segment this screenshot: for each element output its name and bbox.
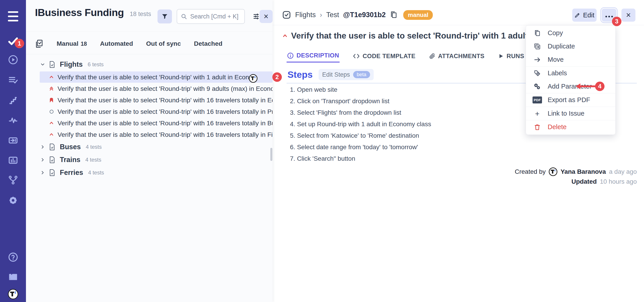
sidebar-item-projects[interactable] (0, 270, 26, 283)
menu-item-duplicate[interactable]: Duplicate (526, 40, 615, 53)
test-row[interactable]: Verify that the user is able to select '… (40, 117, 272, 129)
tab-detached[interactable]: Detached (194, 40, 222, 47)
priority-high-icon (282, 33, 288, 39)
meta-info: Created by Yana Baranova a day ago Updat… (515, 167, 637, 187)
sidebar-item-milestones[interactable] (0, 94, 26, 107)
search-box (177, 9, 245, 24)
status-badge: manual (403, 10, 433, 20)
inbox-in-icon (8, 135, 18, 146)
menu-item-label: Move (548, 56, 564, 63)
close-icon: × (626, 10, 631, 20)
annotation-badge-1: 1 (15, 39, 24, 48)
test-row[interactable]: Verify that the user is able to select '… (40, 71, 272, 83)
code-icon (353, 53, 360, 59)
tab-attachments[interactable]: ATTACHMENTS (428, 49, 485, 63)
tab-out-of-sync[interactable]: Out of sync (146, 40, 181, 47)
chevron-right-icon (40, 170, 45, 175)
copy-icon (533, 30, 542, 36)
breadcrumb-separator: › (320, 11, 322, 19)
suite-doc-icon (49, 156, 55, 163)
step-item: Select from 'Katowice' to 'Rome' destina… (290, 130, 431, 141)
play-icon (498, 53, 504, 59)
menu-item-move[interactable]: Move (526, 53, 615, 66)
annotation-badge-3: 3 (612, 17, 622, 26)
menu-item-link-to-issue[interactable]: + Link to Issue (526, 107, 615, 120)
paperclip-icon (429, 53, 435, 59)
author-name: Yana Baranova (560, 168, 606, 175)
step-item: Click 'Search" button (290, 153, 431, 164)
hamburger-menu-icon[interactable] (0, 9, 26, 23)
sidebar-item-settings[interactable] (0, 194, 26, 207)
suite-row-trains[interactable]: Trains 4 tests (40, 154, 101, 166)
help-icon (8, 252, 18, 262)
sidebar-item-analytics[interactable] (0, 154, 26, 167)
list-check-icon (8, 75, 18, 85)
suite-row-ferries[interactable]: Ferries 4 tests (40, 167, 104, 179)
menu-item-labels[interactable]: Labels (526, 66, 615, 80)
filter-button[interactable] (158, 9, 172, 23)
test-row[interactable]: Verify that the user is able to select '… (40, 94, 272, 106)
edit-button[interactable]: Edit (572, 8, 596, 22)
info-icon (287, 52, 294, 59)
tab-runs[interactable]: RUNS (498, 49, 525, 63)
menu-item-copy[interactable]: Copy (526, 26, 615, 40)
scrollbar-thumb[interactable] (270, 148, 272, 161)
play-circle-icon (8, 54, 18, 65)
steps-heading: Steps (288, 69, 313, 80)
tab-automated[interactable]: Automated (100, 40, 133, 47)
created-ago: a day ago (609, 168, 637, 175)
annotation-badge-2: 2 (272, 72, 282, 82)
test-list-panel: IBusiness Funding 18 tests × Manual18 Au… (26, 0, 272, 302)
sidebar-item-runs[interactable] (0, 53, 26, 66)
author-avatar (549, 167, 557, 176)
annotation-arrow-icon (575, 82, 596, 90)
sidebar-item-activity[interactable] (0, 114, 26, 127)
tag-icon (533, 70, 542, 77)
suite-row-flights[interactable]: Flights 6 tests (40, 59, 104, 70)
search-input[interactable] (190, 13, 240, 20)
menu-item-label: Duplicate (548, 43, 575, 50)
test-row[interactable]: Verify that the user is able to select '… (40, 106, 272, 117)
sidebar-item-account[interactable] (0, 289, 26, 300)
menu-item-label: Export as PDF (548, 96, 590, 104)
sidebar-item-plans[interactable] (0, 73, 26, 86)
divider (26, 31, 272, 31)
chevron-down-icon (40, 62, 45, 67)
tab-manual[interactable]: Manual18 (57, 40, 87, 47)
breadcrumb-suite[interactable]: Flights (295, 11, 316, 19)
menu-item-label: Labels (548, 69, 567, 77)
menu-item-label: Link to Issue (548, 110, 584, 117)
testomat-avatar (8, 289, 18, 299)
priority-high-icon (48, 132, 54, 137)
testomat-test-badge (249, 74, 258, 83)
test-row[interactable]: Verify that the user is able to select '… (40, 129, 272, 140)
edit-steps-button[interactable]: Edit Steps beta (318, 69, 374, 80)
sidebar-item-help[interactable] (0, 251, 26, 264)
drawer-tabs: Manual18 Automated Out of sync Detached (35, 38, 222, 49)
test-id: @T1e9301b2 (343, 11, 386, 19)
ellipsis-icon (605, 11, 614, 19)
suite-row-buses[interactable]: Buses 4 tests (40, 141, 102, 153)
panel-close-button[interactable]: × (622, 8, 636, 22)
pdf-icon: PDF (532, 96, 542, 103)
copy-check-icon[interactable] (35, 39, 44, 48)
sidebar-item-branches[interactable] (0, 174, 26, 187)
sidebar-item-imports[interactable] (0, 134, 26, 147)
tab-code-template[interactable]: CODE TEMPLATE (352, 49, 416, 63)
menu-item-export-pdf[interactable]: PDF Export as PDF (526, 93, 615, 107)
breadcrumb-test-label: Test (326, 11, 339, 19)
filter-icon (161, 13, 168, 20)
detail-tabs: DESCRIPTION CODE TEMPLATE ATTACHMENTS RU… (286, 49, 525, 63)
priority-important-icon (48, 97, 54, 103)
priority-high-icon (48, 120, 54, 126)
steps-list: Open web site Click on 'Transport' dropd… (290, 84, 431, 164)
step-item: Set up Round-trip with 1 adult in Econom… (290, 118, 431, 130)
copy-id-icon[interactable] (390, 11, 398, 19)
menu-item-delete[interactable]: Delete (526, 120, 615, 134)
trash-icon (533, 124, 542, 130)
test-row[interactable]: Verify that the user is able to select '… (40, 83, 272, 94)
drawer-close-button[interactable]: × (260, 10, 272, 23)
branch-icon (8, 175, 18, 185)
priority-highest-icon (48, 86, 54, 91)
tab-description[interactable]: DESCRIPTION (286, 49, 340, 63)
